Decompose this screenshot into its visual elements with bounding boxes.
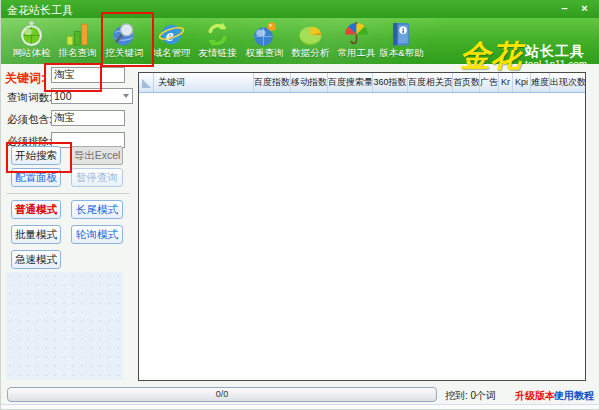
column-occurrences[interactable]: 出现次数: [550, 73, 585, 92]
config-panel-button[interactable]: 配置面板: [11, 168, 61, 187]
rank-bars-icon: [55, 19, 100, 49]
toolbar-item-link-exchange[interactable]: 友情链接: [195, 19, 240, 63]
help-book-icon: [379, 19, 424, 49]
mode-longtail-button[interactable]: 长尾模式: [71, 200, 123, 219]
include-input[interactable]: [51, 110, 125, 126]
keyword-label: 关键词:: [5, 70, 45, 87]
export-excel-button[interactable]: 导出Excel: [71, 146, 123, 165]
mode-batch-button[interactable]: 批量模式: [11, 225, 61, 244]
mode-rapid-button[interactable]: 急速模式: [11, 250, 61, 269]
toolbar-item-keyword-dig[interactable]: 挖关键词: [102, 19, 147, 63]
toolbar-label: 权重查询: [242, 47, 287, 60]
toolbar-item-rank-query[interactable]: 排名查询: [55, 19, 100, 63]
column-baidu-search-volume[interactable]: 百度搜索量: [328, 73, 373, 92]
mode-poll-button[interactable]: 轮询模式: [71, 225, 123, 244]
app-window: 金花站长工具 – × 网站体检 排名查询 挖关键词 e 域名管理: [0, 0, 600, 410]
include-label: 必须包含:: [7, 113, 52, 127]
column-difficulty[interactable]: 难度: [531, 73, 550, 92]
chevron-down-icon: [123, 94, 129, 98]
window-title: 金花站长工具: [7, 3, 73, 18]
title-bar: 金花站长工具 – ×: [1, 0, 599, 18]
pause-query-button[interactable]: 暂停查询: [71, 168, 123, 187]
table-header-row: 关键词 百度指数 移动指数 百度搜索量 360指数 百度相关页 首页数 广告 K…: [139, 73, 585, 93]
pie-chart-icon: [288, 19, 333, 49]
progress-bar: 0/0: [7, 387, 437, 402]
app-logo: 金花 站长工具 tool.1n11.com: [460, 41, 587, 71]
tutorial-link[interactable]: 使用教程: [554, 389, 594, 403]
logo-brand-text: 金花: [460, 41, 522, 71]
weight-globe-icon: [242, 19, 287, 49]
found-count-label: 挖到: 0个词: [445, 389, 496, 403]
toolbar-item-common-tools[interactable]: 常用工具: [334, 19, 379, 63]
umbrella-icon: [334, 19, 379, 49]
query-count-value: 100: [54, 90, 72, 102]
toolbar-label: 版本&帮助: [379, 47, 424, 60]
column-kpi[interactable]: Kpi: [513, 73, 531, 92]
left-panel-divider: [7, 193, 129, 194]
column-ads[interactable]: 广告: [480, 73, 499, 92]
query-count-select[interactable]: 100: [51, 88, 133, 104]
toolbar-item-data-analysis[interactable]: 数据分析: [288, 19, 333, 63]
logo-suffix-text: 站长工具: [525, 44, 587, 59]
keyword-magnifier-icon: [102, 19, 147, 49]
link-exchange-icon: [195, 19, 240, 49]
toolbar-item-version-help[interactable]: 版本&帮助: [379, 19, 424, 63]
ie-browser-icon: e: [149, 19, 194, 49]
column-baidu-related-pages[interactable]: 百度相关页: [408, 73, 453, 92]
close-button[interactable]: ×: [576, 1, 593, 16]
start-search-button[interactable]: 开始搜索: [11, 146, 61, 165]
query-count-label: 查询词数:: [7, 91, 52, 105]
toolbar-label: 排名查询: [55, 47, 100, 60]
toolbar-label: 数据分析: [288, 47, 333, 60]
toolbar-label: 域名管理: [149, 47, 194, 60]
column-keyword[interactable]: 关键词: [154, 73, 254, 92]
toolbar-label: 挖关键词: [102, 47, 147, 60]
column-360-index[interactable]: 360指数: [373, 73, 408, 92]
column-homepage-count[interactable]: 首页数: [453, 73, 480, 92]
table-body: [139, 93, 585, 381]
corner-triangle-icon: [142, 79, 151, 88]
left-bottom-panel: [6, 272, 123, 380]
upgrade-link[interactable]: 升级版本: [515, 389, 555, 403]
toolbar-label: 常用工具: [334, 47, 379, 60]
bottom-strip: [1, 404, 599, 410]
main-toolbar: 网站体检 排名查询 挖关键词 e 域名管理 友情链接: [1, 18, 599, 64]
toolbar-item-weight-query[interactable]: 权重查询: [242, 19, 287, 63]
toolbar-label: 友情链接: [195, 47, 240, 60]
column-mobile-index[interactable]: 移动指数: [291, 73, 328, 92]
stopwatch-check-icon: [9, 19, 54, 49]
column-baidu-index[interactable]: 百度指数: [254, 73, 291, 92]
results-table: 关键词 百度指数 移动指数 百度搜索量 360指数 百度相关页 首页数 广告 K…: [138, 72, 586, 381]
mode-normal-button[interactable]: 普通模式: [11, 200, 61, 219]
toolbar-item-website-check[interactable]: 网站体检: [9, 19, 54, 63]
column-kr[interactable]: Kr: [499, 73, 513, 92]
keyword-input[interactable]: [51, 67, 125, 83]
minimize-button[interactable]: –: [556, 1, 573, 16]
toolbar-label: 网站体检: [9, 47, 54, 60]
logo-site-url: tool.1n11.com: [525, 59, 587, 70]
toolbar-item-domain-manage[interactable]: e 域名管理: [149, 19, 194, 63]
svg-text:e: e: [166, 25, 174, 45]
table-corner-cell[interactable]: [139, 73, 154, 92]
